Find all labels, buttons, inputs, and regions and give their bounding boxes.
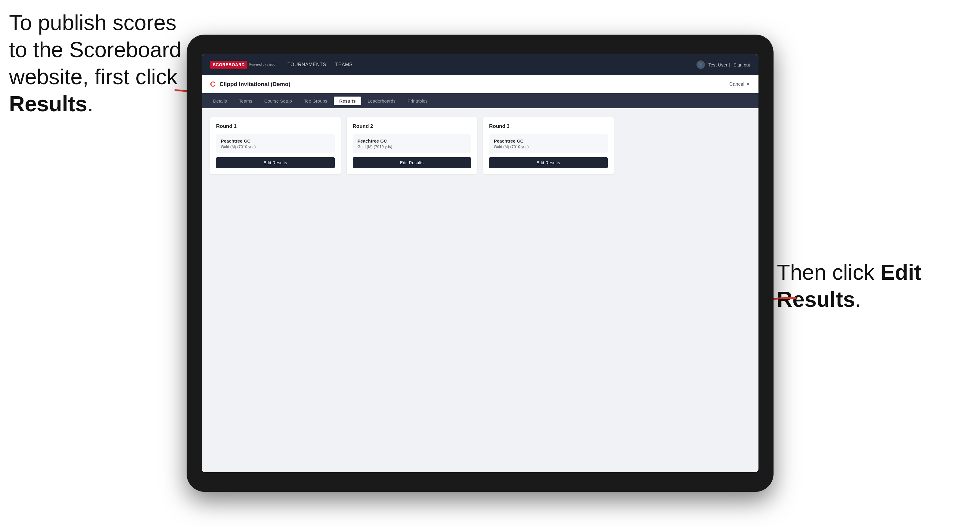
tablet-device: SCOREBOARD Powered by clippd TOURNAMENTS… [187,35,773,492]
top-nav: SCOREBOARD Powered by clippd TOURNAMENTS… [202,54,759,75]
logo: SCOREBOARD [210,61,247,69]
round-3-course-name: Peachtree GC [494,138,603,143]
round-2-course-details: Gold (M) (7010 yds) [358,144,466,149]
round-card-3: Round 3 Peachtree GC Gold (M) (7010 yds)… [483,117,614,174]
tournament-bar: C Clippd Invitational (Demo) Cancel ✕ [202,75,759,93]
nav-links: TOURNAMENTS TEAMS [288,61,697,68]
round-1-title: Round 1 [216,123,335,129]
instruction-right: Then click Edit Results. [777,259,951,313]
tab-printables[interactable]: Printables [402,97,433,105]
logo-area: SCOREBOARD Powered by clippd [210,61,275,69]
tab-leaderboards[interactable]: Leaderboards [363,97,401,105]
content-area: Round 1 Peachtree GC Gold (M) (7010 yds)… [202,108,759,472]
round-1-course-card: Peachtree GC Gold (M) (7010 yds) [216,134,335,153]
round-card-2: Round 2 Peachtree GC Gold (M) (7010 yds)… [347,117,477,174]
nav-tournaments[interactable]: TOURNAMENTS [288,61,326,68]
round-2-course-card: Peachtree GC Gold (M) (7010 yds) [353,134,471,153]
tournament-title: Clippd Invitational (Demo) [220,81,729,87]
sign-out-link[interactable]: Sign out [733,62,750,67]
tab-nav: Details Teams Course Setup Tee Groups Re… [202,93,759,108]
cancel-button[interactable]: Cancel ✕ [729,81,750,87]
edit-results-button-1[interactable]: Edit Results [216,157,335,168]
tab-teams[interactable]: Teams [234,97,258,105]
tablet-screen: SCOREBOARD Powered by clippd TOURNAMENTS… [202,54,759,472]
instruction-left: To publish scores to the Scoreboard webs… [9,9,184,117]
edit-results-button-2[interactable]: Edit Results [353,157,471,168]
round-2-course-name: Peachtree GC [358,138,466,143]
round-1-course-details: Gold (M) (7010 yds) [221,144,330,149]
tab-tee-groups[interactable]: Tee Groups [299,97,333,105]
round-card-1: Round 1 Peachtree GC Gold (M) (7010 yds)… [210,117,341,174]
edit-results-button-3[interactable]: Edit Results [489,157,608,168]
round-1-course-name: Peachtree GC [221,138,330,143]
user-text: Test User | [708,62,730,67]
tab-course-setup[interactable]: Course Setup [259,97,298,105]
logo-subtitle: Powered by clippd [249,63,275,66]
user-icon: 👤 [697,60,705,69]
tournament-icon: C [210,80,215,89]
round-2-title: Round 2 [353,123,471,129]
round-3-course-details: Gold (M) (7010 yds) [494,144,603,149]
round-3-title: Round 3 [489,123,608,129]
empty-column [620,117,750,174]
rounds-grid: Round 1 Peachtree GC Gold (M) (7010 yds)… [210,117,750,174]
nav-teams[interactable]: TEAMS [335,61,353,68]
round-3-course-card: Peachtree GC Gold (M) (7010 yds) [489,134,608,153]
tab-results[interactable]: Results [334,97,361,105]
nav-right: 👤 Test User | Sign out [697,60,750,69]
tab-details[interactable]: Details [208,97,232,105]
